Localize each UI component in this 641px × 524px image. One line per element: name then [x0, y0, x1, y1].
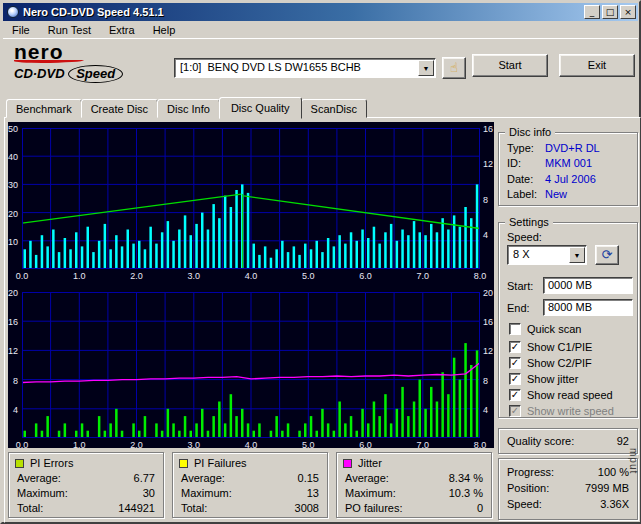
axis-tick-label: 8: [8, 376, 18, 386]
axis-tick-label: 4.0: [242, 271, 260, 281]
checkbox-box: ✓: [509, 405, 521, 417]
disc-id-label: ID:: [507, 157, 545, 169]
tab-create-disc[interactable]: Create Disc: [81, 99, 158, 118]
checkbox-label: Show jitter: [527, 373, 578, 385]
stat-value: 144921: [118, 502, 155, 514]
disc-info-row-type: Type: DVD+R DL: [499, 140, 637, 156]
disc-info-group: Disc info Type: DVD+R DL ID: MKM 001 Dat…: [498, 132, 638, 206]
checkbox-show-c2-pif[interactable]: ✓ Show C2/PIF: [509, 356, 592, 370]
start-position-label: Start:: [507, 280, 533, 292]
stat-label: PO failures:: [345, 502, 402, 514]
disc-info-row-label: Label: New: [499, 187, 637, 203]
stat-value: 13: [307, 487, 319, 499]
axis-tick-label: 1.0: [70, 271, 88, 281]
close-button[interactable]: ×: [620, 5, 636, 19]
axis-tick-label: 4: [8, 405, 18, 415]
minimize-button[interactable]: _: [584, 5, 600, 19]
axis-tick-label: 5.0: [299, 271, 317, 281]
jitter-legend-marker-icon: [343, 459, 352, 468]
checkbox-box[interactable]: ✓: [509, 389, 521, 401]
axis-tick-label: 3.0: [185, 271, 203, 281]
pi-errors-title: PI Errors: [30, 457, 73, 469]
position-value: 7999 MB: [585, 482, 629, 494]
checkbox-label: Show C2/PIF: [527, 357, 592, 369]
tab-benchmark[interactable]: Benchmark: [6, 99, 82, 118]
tab-disc-quality[interactable]: Disc Quality: [219, 97, 302, 119]
axis-tick-label: 20: [8, 209, 18, 219]
pi-failures-jitter-chart: [22, 292, 480, 438]
menu-file[interactable]: File: [3, 22, 39, 38]
progress-label: Progress:: [507, 466, 554, 478]
start-position-field[interactable]: 0000 MB: [543, 277, 633, 294]
stat-value: 8.34 %: [449, 472, 483, 484]
jitter-stats-panel: Jitter Average:8.34 % Maximum:10.3 % PO …: [336, 452, 492, 518]
menu-extra[interactable]: Extra: [100, 22, 144, 38]
quality-score-label: Quality score:: [507, 435, 574, 447]
menu-help[interactable]: Help: [144, 22, 185, 38]
position-row: Position: 7999 MB: [499, 480, 637, 496]
axis-tick-label: 0.0: [13, 271, 31, 281]
chevron-down-icon[interactable]: ▼: [418, 60, 434, 76]
stat-label: Average:: [17, 472, 61, 484]
jitter-title: Jitter: [358, 457, 382, 469]
checkbox-show-c1-pie[interactable]: ✓ Show C1/PIE: [509, 340, 592, 354]
stat-label: Maximum:: [345, 487, 396, 499]
checkbox-show-jitter[interactable]: ✓ Show jitter: [509, 372, 578, 386]
disc-info-row-date: Date: 4 Jul 2006: [499, 171, 637, 187]
stat-value: 10.3 %: [449, 487, 483, 499]
stat-label: Maximum:: [17, 487, 68, 499]
checkbox-show-read-speed[interactable]: ✓ Show read speed: [509, 388, 613, 402]
disc-info-row-id: ID: MKM 001: [499, 156, 637, 172]
drive-selector[interactable]: [1:0] BENQ DVD LS DW1655 BCHB ▼: [174, 58, 436, 78]
axis-tick-label: 30: [8, 180, 18, 190]
speed-label: Speed:: [507, 231, 542, 243]
chevron-down-icon[interactable]: ▼: [569, 247, 585, 263]
progress-row: Progress: 100 %: [499, 464, 637, 480]
pi-errors-chart: [22, 128, 480, 269]
axis-tick-label: 8.0: [471, 271, 489, 281]
drive-selector-value: [1:0] BENQ DVD LS DW1655 BCHB: [175, 59, 435, 75]
disc-date-value: 4 Jul 2006: [545, 173, 596, 185]
stat-value: 3008: [295, 502, 319, 514]
quality-score-value: 92: [617, 435, 629, 447]
edge-vertical-text: mput: [628, 448, 639, 474]
jitter-header: Jitter: [337, 456, 491, 470]
disc-eject-button[interactable]: ☝: [442, 57, 466, 79]
pif-legend-marker-icon: [179, 459, 188, 468]
axis-tick-label: 50: [8, 124, 18, 134]
start-button[interactable]: Start: [472, 54, 548, 77]
end-position-label: End:: [507, 302, 530, 314]
checkbox-label: Show read speed: [527, 389, 613, 401]
disc-label-label: Label:: [507, 188, 545, 200]
speed-row: Speed: 3.36X: [499, 496, 637, 512]
checkbox-box[interactable]: ✓: [509, 373, 521, 385]
maximize-button[interactable]: □: [602, 5, 618, 19]
checkbox-box[interactable]: ✓: [509, 357, 521, 369]
logo-speed-text: Speed: [68, 65, 123, 83]
settings-title: Settings: [505, 216, 553, 228]
pi-errors-header: PI Errors: [9, 456, 163, 470]
checkbox-label: Show write speed: [527, 405, 614, 417]
end-position-field[interactable]: 8000 MB: [543, 299, 633, 316]
exit-button[interactable]: Exit: [559, 54, 635, 77]
disc-date-label: Date:: [507, 173, 545, 185]
tab-disc-info[interactable]: Disc Info: [157, 99, 220, 118]
tab-scandisc[interactable]: ScanDisc: [301, 99, 367, 118]
speed-select[interactable]: 8 X ▼: [507, 245, 587, 265]
checkbox-box[interactable]: ✓: [509, 341, 521, 353]
logo-cddvd-text: CD·DVD: [14, 66, 65, 81]
settings-group: Settings Speed: 8 X ▼ ⟳ Start: 0000 MB E…: [498, 222, 638, 418]
tab-strip: Benchmark Create Disc Disc Info Disc Qua…: [6, 96, 366, 118]
checkbox-box[interactable]: [509, 323, 521, 335]
pi-errors-stats-panel: PI Errors Average:6.77 Maximum:30 Total:…: [8, 452, 164, 518]
title-bar[interactable]: Nero CD-DVD Speed 4.51.1 _ □ ×: [3, 3, 638, 21]
pie-legend-marker-icon: [15, 459, 24, 468]
quality-charts-panel: 10203040504812160.01.02.03.04.05.06.07.0…: [8, 122, 494, 448]
disc-id-value: MKM 001: [545, 157, 592, 169]
refresh-button[interactable]: ⟳: [595, 245, 619, 265]
menu-bar: File Run Test Extra Help: [3, 21, 638, 39]
checkbox-quick-scan[interactable]: Quick scan: [509, 322, 581, 336]
stat-value: 0: [477, 502, 483, 514]
progress-value: 100 %: [598, 466, 629, 478]
menu-run-test[interactable]: Run Test: [39, 22, 100, 38]
